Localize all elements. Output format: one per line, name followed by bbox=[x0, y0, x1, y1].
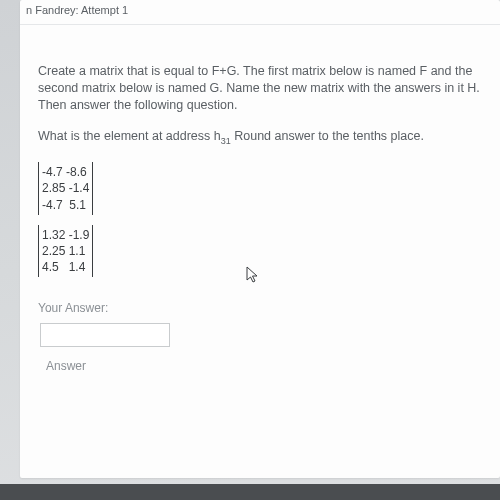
matrix-g-row1: 1.32 -1.9 bbox=[42, 227, 89, 243]
page-container: n Fandrey: Attempt 1 Create a matrix tha… bbox=[0, 0, 500, 500]
matrix-g: 1.32 -1.9 2.25 1.1 4.5 1.4 bbox=[38, 225, 93, 278]
attempt-title: n Fandrey: Attempt 1 bbox=[26, 4, 128, 16]
question-body: Create a matrix that is equal to F+G. Th… bbox=[20, 25, 500, 383]
answer-section: Your Answer: Answer bbox=[38, 301, 482, 373]
header-bar: n Fandrey: Attempt 1 bbox=[20, 0, 500, 25]
question-intro: Create a matrix that is equal to F+G. Th… bbox=[38, 63, 482, 114]
prompt-pre: What is the element at address h bbox=[38, 129, 221, 143]
matrix-g-row2: 2.25 1.1 bbox=[42, 243, 89, 259]
matrix-f-row3: -4.7 5.1 bbox=[42, 197, 89, 213]
question-prompt: What is the element at address h31 Round… bbox=[38, 128, 482, 147]
answer-label: Your Answer: bbox=[38, 301, 482, 315]
prompt-subscript: 31 bbox=[221, 135, 231, 145]
matrix-f: -4.7 -8.6 2.85 -1.4 -4.7 5.1 bbox=[38, 162, 93, 215]
matrix-g-row3: 4.5 1.4 bbox=[42, 259, 89, 275]
bottom-bar bbox=[0, 484, 500, 500]
prompt-post: Round answer to the tenths place. bbox=[231, 129, 424, 143]
matrix-f-row1: -4.7 -8.6 bbox=[42, 164, 89, 180]
content-card: n Fandrey: Attempt 1 Create a matrix tha… bbox=[20, 0, 500, 478]
answer-input[interactable] bbox=[40, 323, 170, 347]
matrix-f-row2: 2.85 -1.4 bbox=[42, 180, 89, 196]
answer-button[interactable]: Answer bbox=[46, 359, 86, 373]
